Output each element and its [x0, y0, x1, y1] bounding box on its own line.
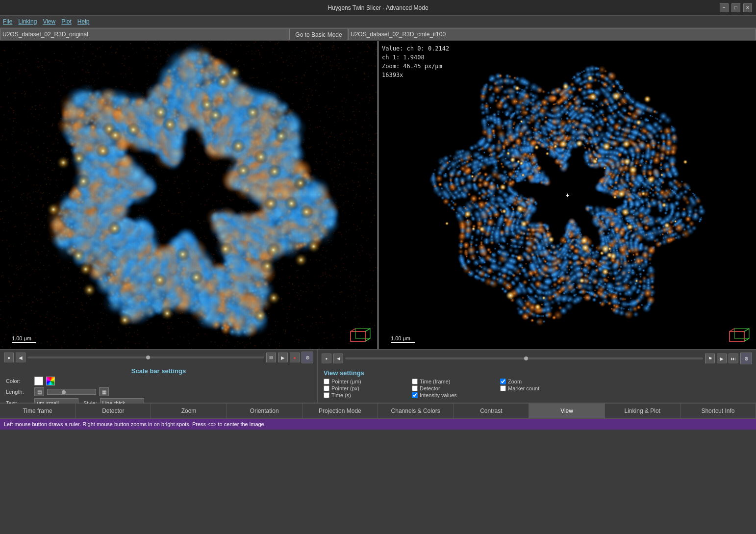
menubar: File Linking View Plot Help — [0, 16, 756, 27]
status-bar: Left mouse button draws a ruler. Right m… — [0, 419, 756, 430]
view-settings: View settings Pointer (μm) Time (frame) … — [318, 367, 756, 400]
checkbox-pointer-um: Pointer (μm) — [324, 379, 412, 384]
scale-bar-title: Scale bar settings — [6, 367, 311, 375]
minimize-button[interactable]: − — [720, 3, 729, 12]
svg-rect-0 — [351, 331, 365, 341]
svg-line-3 — [365, 329, 370, 331]
intensity-checkbox[interactable] — [412, 392, 418, 398]
left-icon1[interactable]: ⊞ — [266, 353, 276, 362]
titlebar-title: Huygens Twin Slicer - Advanced Mode — [328, 4, 428, 11]
left-scale-label: 1.00 μm — [12, 335, 31, 341]
detector-checkbox[interactable] — [412, 385, 418, 391]
maximize-button[interactable]: □ — [731, 3, 740, 12]
menu-help[interactable]: Help — [77, 18, 90, 25]
left-image-canvas — [0, 41, 377, 349]
right-back-btn[interactable]: ◀ — [333, 354, 343, 363]
left-scale-bar-line — [12, 342, 36, 343]
titlebar-controls: − □ ✕ — [720, 3, 752, 12]
menu-plot[interactable]: Plot — [61, 18, 72, 25]
right-slider[interactable] — [345, 357, 703, 359]
goto-basic-button[interactable]: Go to Basic Mode — [289, 28, 348, 40]
right-scale-bar: 1.00 μm — [391, 335, 415, 343]
close-button[interactable]: ✕ — [743, 3, 752, 12]
checkbox-zoom: Zoom — [500, 379, 588, 384]
left-controls: ● ◀ ⊞ ▶ ● ⚙ Scale bar settings Color: Le… — [0, 350, 318, 403]
length-slider[interactable] — [47, 389, 96, 395]
tab-orientation[interactable]: Orientation — [227, 404, 302, 418]
view-settings-title: View settings — [324, 369, 750, 377]
svg-line-4 — [365, 338, 370, 341]
tab-detector[interactable]: Detector — [76, 404, 151, 418]
checkbox-intensity: Intensity values — [412, 392, 500, 398]
right-dot-btn[interactable]: ● — [322, 354, 331, 363]
left-3d-box-icon — [349, 327, 372, 344]
left-image-panel[interactable]: 1.00 μm — [0, 41, 377, 349]
left-scale-bar: 1.00 μm — [12, 335, 36, 343]
checkbox-detector: Detector — [412, 385, 500, 391]
right-transport-bar: ● ◀ ⚑ ▶ ⏭ ⚙ — [318, 350, 756, 367]
tab-shortcut-info[interactable]: Shortcut Info — [680, 404, 756, 418]
left-play-btn[interactable]: ▶ — [278, 353, 288, 362]
menu-linking[interactable]: Linking — [18, 18, 37, 25]
status-text: Left mouse button draws a ruler. Right m… — [4, 421, 266, 427]
pointer-px-checkbox[interactable] — [324, 385, 329, 391]
time-s-checkbox[interactable] — [324, 392, 329, 398]
right-controls: ● ◀ ⚑ ▶ ⏭ ⚙ View settings Pointer (μm) — [318, 350, 756, 403]
menu-view[interactable]: View — [43, 18, 55, 25]
color-rainbow-swatch[interactable] — [46, 377, 55, 385]
right-gear-btn[interactable]: ⚙ — [740, 353, 752, 364]
left-gear-btn[interactable]: ⚙ — [302, 352, 313, 363]
color-label: Color: — [6, 378, 31, 384]
dataset-row: U2OS_dataset_02_R3D_original Go to Basic… — [0, 27, 756, 41]
length-icon[interactable]: ▤ — [34, 387, 44, 396]
right-play-btn[interactable]: ▶ — [717, 354, 727, 363]
tab-channels-colors[interactable]: Channels & Colors — [378, 404, 454, 418]
length-expand-btn[interactable]: ▦ — [99, 387, 109, 396]
color-row: Color: — [6, 377, 311, 385]
controls-row: ● ◀ ⊞ ▶ ● ⚙ Scale bar settings Color: Le… — [0, 349, 756, 403]
left-dataset-select[interactable]: U2OS_dataset_02_R3D_original — [0, 28, 289, 40]
color-white-swatch[interactable] — [34, 377, 43, 385]
right-image-panel[interactable]: Value: ch 0: 0.2142 ch 1: 1.9408 Zoom: 4… — [379, 41, 756, 349]
right-3d-box-icon — [728, 327, 751, 344]
right-step-btn[interactable]: ⏭ — [729, 354, 738, 363]
tab-time-frame[interactable]: Time frame — [0, 404, 76, 418]
svg-line-8 — [744, 329, 749, 331]
svg-rect-5 — [730, 331, 744, 341]
marker-count-checkbox[interactable] — [500, 385, 506, 391]
time-frame-checkbox[interactable] — [412, 379, 418, 384]
titlebar: Huygens Twin Slicer - Advanced Mode − □ … — [0, 0, 756, 16]
checkbox-marker-count: Marker count — [500, 385, 588, 391]
checkbox-time-frame: Time (frame) — [412, 379, 500, 384]
view-checkboxes-grid: Pointer (μm) Time (frame) Zoom Pointer (… — [324, 379, 750, 398]
tab-projection-mode[interactable]: Projection Mode — [302, 404, 378, 418]
svg-line-9 — [744, 338, 749, 341]
length-label: Length: — [6, 389, 31, 395]
pointer-um-checkbox[interactable] — [324, 379, 329, 384]
checkbox-pointer-px: Pointer (px) — [324, 385, 412, 391]
left-slider[interactable] — [27, 356, 264, 358]
tab-linking-plot[interactable]: Linking & Plot — [605, 404, 680, 418]
zoom-checkbox[interactable] — [500, 379, 506, 384]
tab-zoom[interactable]: Zoom — [151, 404, 227, 418]
checkbox-time-s: Time (s) — [324, 392, 412, 398]
tab-contrast[interactable]: Contrast — [454, 404, 529, 418]
length-row: Length: ▤ ▦ — [6, 387, 311, 396]
right-scale-label: 1.00 μm — [391, 335, 410, 341]
menu-file[interactable]: File — [3, 18, 12, 25]
left-prev-btn[interactable]: ● — [4, 353, 14, 362]
right-scale-bar-line — [391, 342, 415, 343]
bottom-tabs: Time frame Detector Zoom Orientation Pro… — [0, 403, 756, 419]
left-rec-btn[interactable]: ● — [290, 353, 300, 362]
tab-view[interactable]: View — [529, 404, 605, 418]
left-back-btn[interactable]: ◀ — [16, 353, 25, 362]
left-transport-bar: ● ◀ ⊞ ▶ ● ⚙ — [0, 350, 317, 365]
right-image-canvas — [379, 41, 756, 349]
right-flag-btn[interactable]: ⚑ — [705, 354, 715, 363]
image-area: 1.00 μm Value: ch 0: 0.2142 ch 1: 1.9408… — [0, 41, 756, 349]
right-dataset-select[interactable]: U2OS_dataset_02_R3D_cmle_it100 — [348, 28, 756, 40]
